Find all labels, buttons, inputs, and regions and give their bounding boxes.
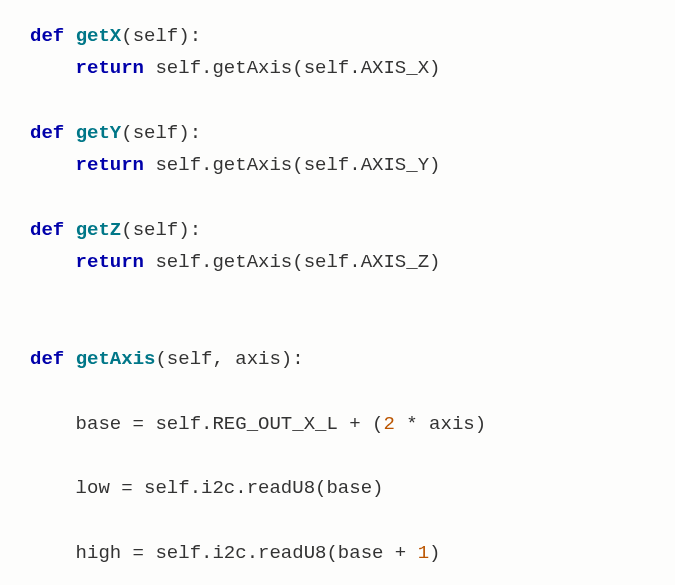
function-name: getX [76,25,122,47]
code-line: base = self.REG_OUT_X_L + ( [30,413,383,435]
keyword-def: def [30,219,64,241]
keyword-return: return [76,57,144,79]
code-line: ) [429,542,440,564]
code-line: * axis) [395,413,486,435]
params: (self, axis): [155,348,303,370]
function-name: getY [76,122,122,144]
code-expr: self.getAxis(self.AXIS_X) [144,57,440,79]
params: (self): [121,122,201,144]
code-block: def getX(self): return self.getAxis(self… [30,20,645,569]
number-literal: 1 [418,542,429,564]
code-line: low = self.i2c.readU8(base) [30,477,383,499]
number-literal: 2 [383,413,394,435]
params: (self): [121,25,201,47]
keyword-def: def [30,348,64,370]
params: (self): [121,219,201,241]
code-line: high = self.i2c.readU8(base + [30,542,418,564]
function-name: getAxis [76,348,156,370]
keyword-return: return [76,251,144,273]
function-name: getZ [76,219,122,241]
keyword-def: def [30,25,64,47]
keyword-def: def [30,122,64,144]
code-expr: self.getAxis(self.AXIS_Z) [144,251,440,273]
code-expr: self.getAxis(self.AXIS_Y) [144,154,440,176]
keyword-return: return [76,154,144,176]
